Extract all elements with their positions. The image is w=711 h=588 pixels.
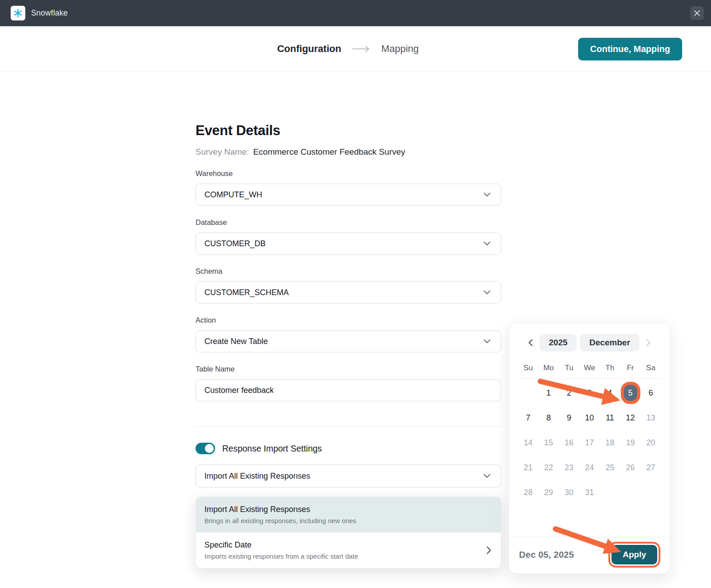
calendar-day-29: 29 — [539, 480, 559, 505]
calendar-day-12[interactable]: 12 — [620, 405, 641, 430]
close-icon — [694, 10, 700, 16]
action-select[interactable]: Create New Table — [196, 330, 501, 352]
response-import-toggle[interactable] — [196, 443, 215, 454]
menu-option-specific-date[interactable]: Specific Date Imports existing responses… — [196, 532, 501, 568]
calendar-day-21: 21 — [518, 455, 539, 480]
warehouse-label: Warehouse — [196, 169, 501, 178]
calendar-day-14: 14 — [518, 430, 539, 455]
menu-option-import-all[interactable]: Import All Existing Responses Brings in … — [196, 497, 501, 532]
calendar-day-7[interactable]: 7 — [518, 405, 539, 430]
snowflake-icon — [13, 8, 23, 18]
calendar-day-25: 25 — [600, 455, 620, 480]
calendar-day-empty — [518, 380, 539, 405]
calendar-day-10[interactable]: 10 — [579, 405, 600, 430]
next-month-button[interactable] — [643, 337, 654, 348]
day-header: Su — [518, 364, 539, 372]
chevron-down-icon — [483, 290, 491, 295]
day-header: Th — [600, 364, 620, 372]
calendar-day-9[interactable]: 9 — [559, 405, 579, 430]
calendar-day-28: 28 — [518, 480, 539, 505]
calendar-day-headers: SuMoTuWeThFrSa — [518, 364, 661, 372]
calendar-day-3[interactable]: 3 — [579, 380, 600, 405]
day-header: Fr — [620, 364, 641, 372]
day-header: Tu — [559, 364, 579, 372]
apply-button[interactable]: Apply — [611, 545, 657, 564]
survey-name-value: Ecommerce Customer Feedback Survey — [253, 147, 405, 156]
table-name-input[interactable] — [204, 386, 491, 395]
field-schema: Schema CUSTOMER_SCHEMA — [196, 267, 501, 304]
continue-mapping-button[interactable]: Continue, Mapping — [578, 38, 682, 60]
table-name-label: Table Name — [196, 365, 501, 373]
toggle-knob — [205, 444, 214, 453]
calendar-day-2[interactable]: 2 — [559, 380, 579, 405]
calendar-grid: 1234567891011121314151617181920212223242… — [518, 380, 661, 505]
calendar-day-4[interactable]: 4 — [600, 380, 620, 405]
calendar-day-27: 27 — [641, 455, 661, 480]
database-select[interactable]: CUSTOMER_DB — [196, 232, 501, 255]
close-button[interactable] — [690, 6, 704, 20]
selected-date-label: Dec 05, 2025 — [519, 550, 574, 560]
calendar-day-17: 17 — [579, 430, 600, 455]
calendar-day-1[interactable]: 1 — [539, 380, 559, 405]
chevron-down-icon — [483, 241, 491, 246]
calendar-day-30: 30 — [559, 480, 579, 505]
day-header: We — [579, 364, 600, 372]
warehouse-select-value: COMPUTE_WH — [204, 190, 262, 200]
calendar-day-15: 15 — [539, 430, 559, 455]
menu-option-description: Brings in all existing responses, includ… — [204, 517, 491, 524]
calendar-day-24: 24 — [579, 455, 600, 480]
warehouse-select[interactable]: COMPUTE_WH — [196, 184, 501, 206]
app-title: Snowflake — [31, 8, 68, 18]
chevron-right-icon — [646, 339, 651, 346]
schema-select-value: CUSTOMER_SCHEMA — [204, 288, 289, 297]
page-title: Event Details — [196, 123, 501, 139]
calendar-day-empty — [620, 480, 641, 505]
schema-select[interactable]: CUSTOMER_SCHEMA — [196, 281, 501, 304]
field-database: Database CUSTOMER_DB — [196, 218, 501, 255]
section-divider — [196, 426, 501, 427]
app-header: Snowflake — [0, 0, 711, 26]
month-selector[interactable]: December — [580, 334, 639, 352]
menu-option-description: Imports existing responses from a specif… — [204, 552, 358, 560]
calendar-day-26: 26 — [620, 455, 641, 480]
step-mapping: Mapping — [381, 43, 419, 55]
calendar-day-empty — [600, 480, 620, 505]
calendar-day-13: 13 — [641, 405, 661, 430]
import-mode-select[interactable]: Import All Existing Responses — [196, 464, 501, 488]
calendar-header: 2025 December — [518, 334, 661, 352]
action-select-value: Create New Table — [204, 337, 268, 346]
calendar-day-6[interactable]: 6 — [641, 380, 661, 405]
year-selector[interactable]: 2025 — [539, 334, 577, 352]
step-arrow-icon — [352, 45, 371, 52]
calendar-day-22: 22 — [539, 455, 559, 480]
selected-day-circle: 5 — [622, 384, 639, 402]
menu-option-title: Import All Existing Responses — [204, 505, 491, 514]
snowflake-logo — [11, 6, 25, 20]
menu-option-title: Specific Date — [204, 540, 358, 550]
calendar-divider — [518, 378, 661, 379]
calendar-day-16: 16 — [559, 430, 579, 455]
response-import-settings-row: Response Import Settings — [196, 443, 501, 454]
field-warehouse: Warehouse COMPUTE_WH — [196, 169, 501, 206]
calendar-day-8[interactable]: 8 — [539, 405, 559, 430]
import-mode-select-value: Import All Existing Responses — [204, 472, 310, 481]
calendar-day-31: 31 — [579, 480, 600, 505]
calendar-day-empty — [641, 480, 661, 505]
calendar-footer: Dec 05, 2025 Apply — [518, 537, 661, 573]
day-header: Sa — [641, 364, 661, 372]
calendar-day-11[interactable]: 11 — [600, 405, 620, 430]
chevron-down-icon — [483, 192, 491, 197]
action-label: Action — [196, 316, 501, 324]
field-table-name: Table Name — [196, 365, 501, 401]
calendar-day-5[interactable]: 5 — [620, 380, 641, 405]
day-header: Mo — [539, 364, 559, 372]
chevron-right-icon — [487, 546, 491, 554]
step-configuration: Configuration — [277, 43, 341, 55]
chevron-down-icon — [483, 339, 491, 344]
event-details-panel: Event Details Survey Name: Ecommerce Cus… — [196, 72, 501, 568]
chevron-left-icon — [528, 339, 533, 346]
chevron-down-icon — [483, 474, 491, 478]
stepper: Configuration Mapping — [277, 26, 419, 72]
import-mode-menu: Import All Existing Responses Brings in … — [196, 496, 501, 568]
prev-month-button[interactable] — [525, 337, 536, 348]
